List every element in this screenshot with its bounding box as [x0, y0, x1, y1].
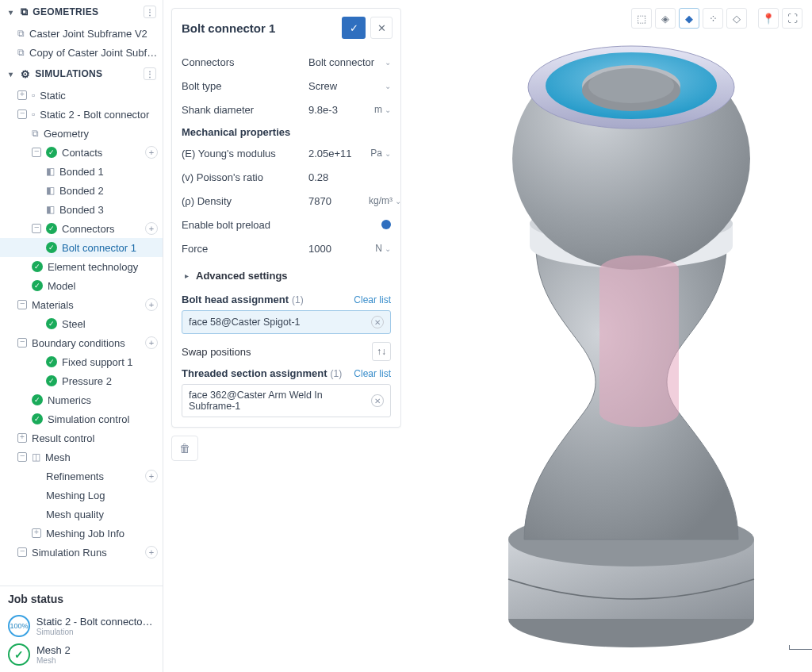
- view-pin-button[interactable]: 📍: [758, 8, 779, 29]
- tree-item-meshing-job-info[interactable]: Meshing Job Info: [0, 524, 163, 543]
- view-transparent-button[interactable]: ◇: [726, 8, 747, 29]
- check-icon: [46, 356, 57, 367]
- shank-unit-select[interactable]: m⌄: [374, 104, 391, 115]
- svg-point-14: [599, 398, 679, 427]
- geometries-label: GEOMETRIES: [33, 6, 98, 17]
- view-shaded-button[interactable]: ◆: [679, 8, 699, 29]
- add-button[interactable]: +: [145, 298, 158, 311]
- complete-badge: [8, 643, 30, 666]
- navigation-tree-panel: ⧉ GEOMETRIES ⋮ ⧉ Caster Joint Subframe V…: [0, 0, 163, 672]
- geometry-icon: ⧉: [21, 6, 28, 18]
- tree-item-pressure[interactable]: Pressure 2: [0, 371, 163, 390]
- connectors-select[interactable]: Bolt connector ⌄: [308, 56, 391, 68]
- advanced-settings-toggle[interactable]: Advanced settings: [182, 263, 391, 287]
- collapse-icon[interactable]: [17, 300, 27, 309]
- simulations-menu-icon[interactable]: ⋮: [144, 67, 156, 80]
- remove-chip-button[interactable]: [371, 394, 384, 407]
- bolt-type-select[interactable]: Screw ⌄: [308, 80, 391, 92]
- tree-item-geometry[interactable]: ⧉ Geometry: [0, 124, 163, 143]
- expand-icon[interactable]: [17, 90, 27, 100]
- density-input[interactable]: [308, 195, 364, 207]
- job-subtitle: Mesh: [36, 656, 71, 665]
- tree-item-steel[interactable]: Steel: [0, 314, 163, 333]
- preload-toggle[interactable]: [381, 220, 391, 229]
- add-button[interactable]: +: [145, 470, 158, 482]
- check-icon: [46, 223, 57, 234]
- bolt-head-assignment-label: Bolt head assignment: [182, 294, 289, 305]
- add-button[interactable]: +: [145, 546, 158, 559]
- tree-item-mesh[interactable]: ◫ Mesh: [0, 447, 163, 467]
- view-points-button[interactable]: ⁘: [703, 8, 723, 29]
- young-unit-select[interactable]: Pa⌄: [370, 148, 391, 159]
- clear-list-link[interactable]: Clear list: [354, 294, 391, 305]
- tree-item-element-technology[interactable]: Element technology: [0, 257, 163, 276]
- tree-item-bonded[interactable]: ◧ Bonded 3: [0, 200, 163, 219]
- collapse-icon[interactable]: [17, 109, 27, 119]
- geometries-section-header[interactable]: ⧉ GEOMETRIES ⋮: [0, 0, 163, 24]
- view-expand-button[interactable]: ⛶: [782, 8, 802, 29]
- tree-item-materials[interactable]: Materials +: [0, 295, 163, 314]
- threaded-count: (1): [331, 368, 343, 379]
- tree-item-numerics[interactable]: Numerics: [0, 390, 163, 409]
- tree-item-bonded[interactable]: ◧ Bonded 1: [0, 162, 163, 181]
- collapse-icon[interactable]: [17, 547, 27, 557]
- viewport-toolbar: ⬚ ◈ ◆ ⁘ ◇ 📍 ⛶: [631, 8, 802, 29]
- tree-item-mesh-quality[interactable]: Mesh quality: [0, 505, 163, 524]
- young-modulus-input[interactable]: [308, 148, 364, 159]
- close-button[interactable]: [370, 17, 393, 39]
- collapse-icon[interactable]: [32, 224, 41, 233]
- collapse-icon[interactable]: [32, 148, 41, 157]
- collapse-icon[interactable]: [17, 338, 27, 348]
- shank-diameter-input[interactable]: [308, 104, 364, 116]
- tree-item-meshing-log[interactable]: Meshing Log: [0, 486, 163, 505]
- expand-icon[interactable]: [17, 433, 27, 443]
- properties-panel-column: Bolt connector 1 Connectors Bolt connect…: [163, 0, 401, 672]
- svg-rect-13: [599, 270, 679, 413]
- preload-label: Enable bolt preload: [182, 219, 308, 231]
- tree-item-static2[interactable]: ▫ Static 2 - Bolt connector: [0, 105, 163, 124]
- simulations-section-header[interactable]: ⚙ SIMULATIONS ⋮: [0, 62, 163, 86]
- delete-button[interactable]: 🗑: [171, 436, 198, 461]
- force-unit-select[interactable]: N⌄: [375, 243, 391, 254]
- force-input[interactable]: [308, 243, 364, 255]
- young-modulus-label: (E) Young's modulus: [182, 148, 308, 159]
- clear-list-link[interactable]: Clear list: [354, 368, 391, 379]
- job-row[interactable]: 100% Static 2 - Bolt connector - R... Si…: [8, 612, 155, 640]
- part-icon: ⧉: [17, 28, 25, 39]
- remove-chip-button[interactable]: [371, 316, 384, 328]
- view-home-button[interactable]: ⬚: [631, 8, 652, 29]
- tree-item-simulation-control[interactable]: Simulation control: [0, 409, 163, 428]
- face-chip[interactable]: face 58@Caster Spigot-1: [182, 310, 391, 334]
- tree-item-connectors[interactable]: Connectors +: [0, 219, 163, 238]
- geometries-menu-icon[interactable]: ⋮: [144, 6, 156, 18]
- tree-item-simulation-runs[interactable]: Simulation Runs +: [0, 543, 163, 562]
- tree-item-boundary-conditions[interactable]: Boundary conditions +: [0, 333, 163, 352]
- geometry-icon: ⧉: [32, 128, 39, 139]
- confirm-button[interactable]: [342, 17, 366, 39]
- add-button[interactable]: +: [145, 146, 158, 159]
- job-row[interactable]: Mesh 2 Mesh: [8, 640, 155, 669]
- tree-item-model[interactable]: Model: [0, 276, 163, 295]
- geometry-item[interactable]: ⧉ Copy of Caster Joint Subfra...: [0, 43, 163, 62]
- view-wireframe-button[interactable]: ◈: [655, 8, 676, 29]
- collapse-icon[interactable]: [17, 452, 27, 462]
- tree-item-fixed-support[interactable]: Fixed support 1: [0, 352, 163, 371]
- tree-item-contacts[interactable]: Contacts +: [0, 143, 163, 162]
- check-icon: [32, 261, 43, 272]
- poisson-ratio-input[interactable]: [308, 171, 364, 183]
- density-unit-select[interactable]: kg/m³⌄: [369, 195, 401, 206]
- tree-item-result-control[interactable]: Result control: [0, 428, 163, 447]
- simulations-label: SIMULATIONS: [35, 68, 102, 79]
- tree-item-bolt-connector[interactable]: Bolt connector 1: [0, 238, 163, 257]
- job-title: Static 2 - Bolt connector - R...: [36, 616, 155, 628]
- add-button[interactable]: +: [145, 336, 158, 349]
- swap-button[interactable]: ↑↓: [372, 342, 391, 361]
- expand-icon[interactable]: [32, 528, 41, 538]
- face-chip[interactable]: face 362@Caster Arm Weld In Subframe-1: [182, 384, 391, 417]
- tree-item-static[interactable]: ▫ Static: [0, 86, 163, 105]
- 3d-viewport[interactable]: ⬚ ◈ ◆ ⁘ ◇ 📍 ⛶ 0.01 m: [401, 0, 812, 672]
- geometry-item[interactable]: ⧉ Caster Joint Subframe V2: [0, 24, 163, 43]
- tree-item-refinements[interactable]: Refinements +: [0, 467, 163, 486]
- add-button[interactable]: +: [145, 222, 158, 235]
- tree-item-bonded[interactable]: ◧ Bonded 2: [0, 181, 163, 200]
